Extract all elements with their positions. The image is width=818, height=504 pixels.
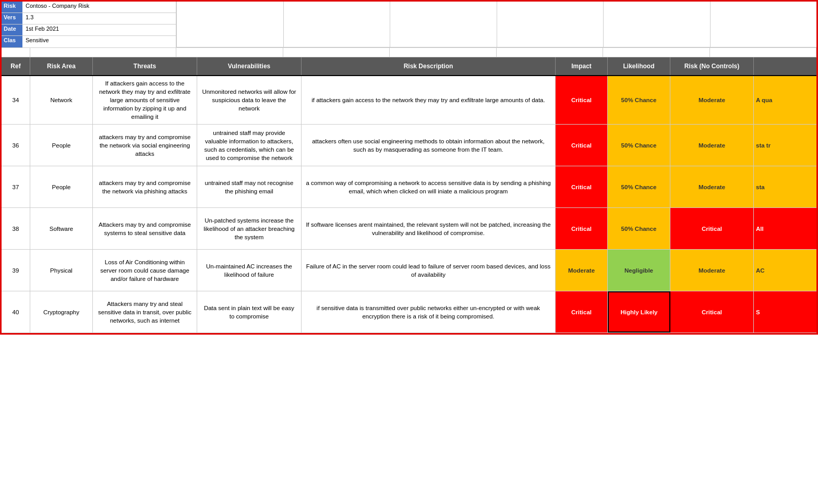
vulnerabilities-cell: Un-patched systems increase the likeliho… bbox=[197, 208, 302, 249]
partial-cell: All bbox=[754, 208, 816, 249]
empty-cell-3 bbox=[390, 2, 497, 47]
column-header: Risk Description bbox=[302, 57, 556, 75]
threats-cell: Attackers many try and steal sensitive d… bbox=[93, 291, 197, 333]
meta-key: Date bbox=[2, 24, 22, 35]
table-row: 34NetworkIf attackers gain access to the… bbox=[2, 76, 816, 125]
risk-no-controls-cell: Moderate bbox=[670, 250, 754, 291]
risk-no-controls-cell: Moderate bbox=[670, 125, 754, 166]
meta-row: RiskContoso - Company Risk bbox=[2, 2, 176, 13]
likelihood-cell: Highly Likely bbox=[608, 291, 670, 333]
meta-key: Risk bbox=[2, 2, 22, 13]
header-meta: RiskContoso - Company RiskVers1.3Date1st… bbox=[2, 2, 176, 47]
partial-cell: sta tr bbox=[754, 125, 816, 166]
meta-row: Date1st Feb 2021 bbox=[2, 24, 176, 36]
ref-cell: 37 bbox=[2, 166, 30, 207]
partial-cell: A qua bbox=[754, 76, 816, 124]
risk-area-cell: Network bbox=[30, 76, 93, 124]
risk-no-controls-cell: Moderate bbox=[670, 166, 754, 207]
risk-no-controls-cell: Critical bbox=[670, 208, 754, 249]
vulnerabilities-cell: Unmonitored networks will allow for susp… bbox=[197, 76, 302, 124]
data-table: 34NetworkIf attackers gain access to the… bbox=[2, 76, 816, 333]
risk-no-controls-cell: Critical bbox=[670, 291, 754, 333]
impact-cell: Moderate bbox=[556, 250, 608, 291]
partial-cell: S bbox=[754, 291, 816, 333]
risk-description-cell: Failure of AC in the server room could l… bbox=[302, 250, 556, 291]
spacer-2 bbox=[30, 48, 176, 57]
impact-cell: Critical bbox=[556, 166, 608, 207]
risk-area-cell: Software bbox=[30, 208, 93, 249]
threats-cell: If attackers gain access to the network … bbox=[93, 76, 197, 124]
table-row: 40CryptographyAttackers many try and ste… bbox=[2, 291, 816, 333]
table-row: 36Peopleattackers may try and compromise… bbox=[2, 125, 816, 166]
likelihood-cell: 50% Chance bbox=[608, 166, 670, 207]
ref-cell: 38 bbox=[2, 208, 30, 249]
column-header: Impact bbox=[556, 57, 608, 75]
vulnerabilities-cell: untrained staff may provide valuable inf… bbox=[197, 125, 302, 166]
column-header: Risk (No Controls) bbox=[670, 57, 754, 75]
impact-cell: Critical bbox=[556, 208, 608, 249]
vulnerabilities-cell: untrained staff may not recognise the ph… bbox=[197, 166, 302, 207]
ref-cell: 36 bbox=[2, 125, 30, 166]
likelihood-cell: Negligible bbox=[608, 250, 670, 291]
column-header bbox=[754, 57, 816, 75]
partial-cell: AC bbox=[754, 250, 816, 291]
column-header: Vulnerabilities bbox=[197, 57, 302, 75]
ref-cell: 39 bbox=[2, 250, 30, 291]
likelihood-cell: 50% Chance bbox=[608, 208, 670, 249]
empty-cell-1 bbox=[176, 2, 283, 47]
column-header: Ref bbox=[2, 57, 30, 75]
meta-value: 1st Feb 2021 bbox=[22, 24, 62, 35]
header-empty-cells bbox=[176, 2, 816, 47]
risk-description-cell: If software licenses arent maintained, t… bbox=[302, 208, 556, 249]
spacer-3 bbox=[176, 48, 283, 57]
column-header: Threats bbox=[93, 57, 197, 75]
empty-cell-6 bbox=[710, 2, 817, 47]
vulnerabilities-cell: Un-maintained AC increases the likelihoo… bbox=[197, 250, 302, 291]
spacer-1 bbox=[2, 48, 30, 57]
risk-no-controls-cell: Moderate bbox=[670, 76, 754, 124]
ref-cell: 34 bbox=[2, 76, 30, 124]
main-container: RiskContoso - Company RiskVers1.3Date1st… bbox=[0, 0, 818, 335]
likelihood-cell: 50% Chance bbox=[608, 125, 670, 166]
impact-cell: Critical bbox=[556, 125, 608, 166]
threats-cell: attackers may try and compromise the net… bbox=[93, 125, 197, 166]
meta-key: Vers bbox=[2, 13, 22, 24]
header-section: RiskContoso - Company RiskVers1.3Date1st… bbox=[2, 2, 816, 48]
impact-cell: Critical bbox=[556, 76, 608, 124]
table-row: 39PhysicalLoss of Air Conditioning withi… bbox=[2, 250, 816, 291]
threats-cell: Attackers may try and compromise systems… bbox=[93, 208, 197, 249]
risk-description-cell: if attackers gain access to the network … bbox=[302, 76, 556, 124]
spacer-6 bbox=[497, 48, 604, 57]
empty-cell-5 bbox=[603, 2, 710, 47]
risk-area-cell: People bbox=[30, 125, 93, 166]
risk-description-cell: if sensitive data is transmitted over pu… bbox=[302, 291, 556, 333]
spacer-row bbox=[2, 48, 816, 57]
partial-cell: sta bbox=[754, 166, 816, 207]
likelihood-cell: 50% Chance bbox=[608, 76, 670, 124]
ref-cell: 40 bbox=[2, 291, 30, 333]
threats-cell: Loss of Air Conditioning within server r… bbox=[93, 250, 197, 291]
threats-cell: attackers may try and compromise the net… bbox=[93, 166, 197, 207]
meta-row: Vers1.3 bbox=[2, 13, 176, 24]
risk-description-cell: a common way of compromising a network t… bbox=[302, 166, 556, 207]
meta-value: Sensitive bbox=[22, 36, 52, 47]
risk-description-cell: attackers often use social engineering m… bbox=[302, 125, 556, 166]
empty-cell-4 bbox=[497, 2, 604, 47]
spacer-4 bbox=[283, 48, 390, 57]
spacer-7 bbox=[603, 48, 710, 57]
table-row: 38SoftwareAttackers may try and compromi… bbox=[2, 208, 816, 250]
impact-cell: Critical bbox=[556, 291, 608, 333]
table-row: 37Peopleattackers may try and compromise… bbox=[2, 166, 816, 208]
risk-area-cell: People bbox=[30, 166, 93, 207]
column-header: Likelihood bbox=[608, 57, 670, 75]
spacer-8 bbox=[710, 48, 817, 57]
column-header: Risk Area bbox=[30, 57, 93, 75]
meta-key: Clas bbox=[2, 36, 22, 47]
empty-cell-2 bbox=[283, 2, 390, 47]
meta-row: ClasSensitive bbox=[2, 36, 176, 47]
vulnerabilities-cell: Data sent in plain text will be easy to … bbox=[197, 291, 302, 333]
risk-area-cell: Cryptography bbox=[30, 291, 93, 333]
column-headers: RefRisk AreaThreatsVulnerabilitiesRisk D… bbox=[2, 57, 816, 76]
risk-area-cell: Physical bbox=[30, 250, 93, 291]
meta-value: Contoso - Company Risk bbox=[22, 2, 92, 13]
